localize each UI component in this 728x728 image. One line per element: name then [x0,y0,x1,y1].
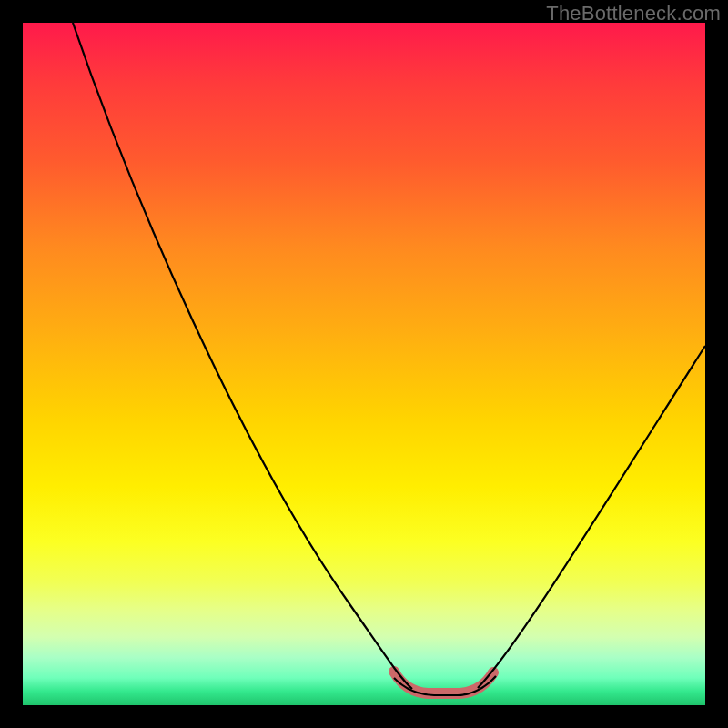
chart-frame: TheBottleneck.com [0,0,728,728]
plot-area [23,23,705,705]
left-branch-curve [73,23,412,689]
curve-layer [23,23,705,705]
right-branch-curve [478,346,705,688]
